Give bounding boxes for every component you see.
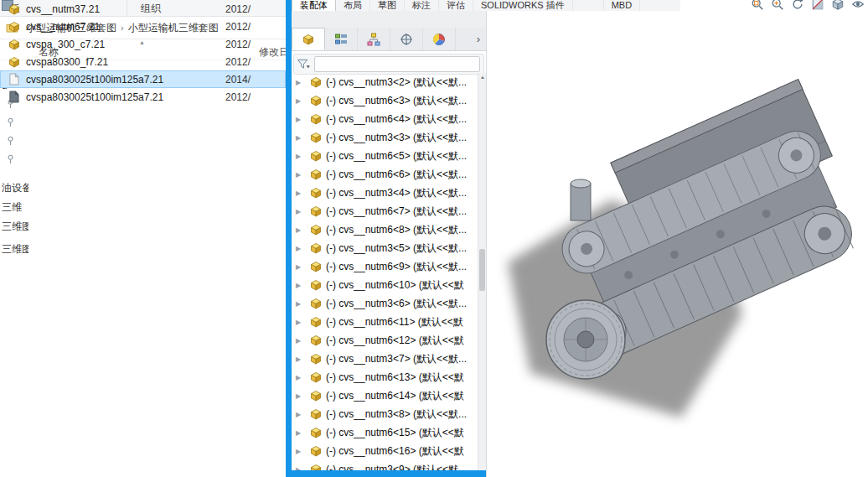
display-style-icon[interactable] <box>831 0 845 11</box>
tree-item[interactable]: ▶(-) cvs__nutm3<5> (默认<<默... <box>292 239 478 257</box>
file-name: cvspa80300_f7.21 <box>26 56 108 68</box>
zoom-area-icon[interactable] <box>771 0 784 11</box>
command-tab[interactable]: 标注 <box>405 0 439 11</box>
nav-item-fragment[interactable]: 油设备 <box>2 181 28 195</box>
sw-part-file-icon <box>8 3 20 15</box>
tree-item[interactable]: ▶(-) cvs__nutm3<2> (默认<<默... <box>292 73 478 91</box>
tree-item[interactable]: ▶(-) cvs__nutm6<12> (默认<<默 <box>292 331 478 350</box>
expand-arrow-icon[interactable]: ▶ <box>296 171 306 179</box>
tree-item[interactable]: ▶(-) cvs__nutm3<7> (默认<<默... <box>292 350 478 368</box>
filter-icon[interactable] <box>297 59 311 70</box>
tree-item-label: (-) cvs__nutm6<14> (默认<<默 <box>326 389 464 403</box>
expand-arrow-icon[interactable]: ▶ <box>296 300 306 308</box>
command-tab[interactable]: 布局 <box>336 0 370 11</box>
file-name: cvspa8030025t100im125a7.21 <box>26 91 163 103</box>
file-row[interactable]: cvspa8030025t100im125a7.212012/ <box>0 88 286 106</box>
command-tab[interactable]: 装配体 <box>292 0 336 11</box>
expand-arrow-icon[interactable]: ▶ <box>296 263 306 271</box>
tree-item[interactable]: ▶(-) cvs__nutm6<9> (默认<<默... <box>292 257 478 276</box>
tree-item[interactable]: ▶(-) cvs__nutm6<5> (默认<<默... <box>292 147 478 165</box>
tree-item[interactable]: ▶(-) cvs__nutm3<8> (默认<<默... <box>292 405 478 423</box>
part-icon <box>310 132 323 143</box>
tree-item[interactable]: ▶(-) cvs__nutm3<9> (默认<<默... <box>292 460 478 470</box>
file-row[interactable]: cvs__nutm67.212012/ <box>0 18 286 35</box>
file-row[interactable]: cvspa80300_f7.212012/ <box>0 53 286 70</box>
expand-arrow-icon[interactable]: ▶ <box>296 153 306 160</box>
expand-arrow-icon[interactable]: ▶ <box>296 355 306 363</box>
tree-item-label: (-) cvs__nutm3<4> (默认<<默... <box>326 186 467 200</box>
panel-expand-icon[interactable]: › <box>471 28 486 50</box>
propertymanager-tab[interactable] <box>325 28 358 50</box>
tree-item[interactable]: ▶(-) cvs__nutm3<6> (默认<<默... <box>292 294 478 313</box>
dimxpertmanager-tab[interactable] <box>390 28 423 50</box>
command-tab[interactable]: 草图 <box>370 0 405 11</box>
tree-item[interactable]: ▶(-) cvs__nutm6<14> (默认<<默 <box>292 386 478 405</box>
expand-arrow-icon[interactable]: ▶ <box>296 337 306 345</box>
part-icon <box>310 298 323 309</box>
tree-item-label: (-) cvs__nutm6<10> (默认<<默 <box>326 278 464 293</box>
pin-icon[interactable] <box>7 136 14 146</box>
part-icon <box>310 205 323 217</box>
tree-item[interactable]: ▶(-) cvs__nutm6<8> (默认<<默... <box>292 220 478 239</box>
configurationmanager-tab[interactable] <box>358 28 390 50</box>
doc-dark-file-icon <box>8 91 20 103</box>
displaymanager-tab[interactable] <box>423 28 456 50</box>
expand-arrow-icon[interactable]: ▶ <box>296 226 306 234</box>
commandmanager-bar: 装配体布局草图标注评估SOLIDWORKS 插件MBD <box>292 0 868 12</box>
command-tab[interactable]: SOLIDWORKS 插件 <box>473 0 573 11</box>
command-tab[interactable]: MBD <box>603 0 640 11</box>
tree-item[interactable]: ▶(-) cvs__nutm6<11> (默认<<默 <box>292 313 478 331</box>
expand-arrow-icon[interactable]: ▶ <box>296 79 306 86</box>
tree-item[interactable]: ▶(-) cvs__nutm6<7> (默认<<默... <box>292 202 478 220</box>
expand-arrow-icon[interactable]: ▶ <box>296 374 306 381</box>
tree-item[interactable]: ▶(-) cvs__nutm6<3> (默认<<默... <box>292 91 478 110</box>
filter-bar <box>293 54 484 75</box>
nav-item-fragment[interactable]: 三维 <box>2 200 22 215</box>
tree-item[interactable]: ▶(-) cvs__nutm6<4> (默认<<默... <box>292 110 478 128</box>
doc-light-file-icon <box>8 73 20 86</box>
tree-item[interactable]: ▶(-) cvs__nutm6<10> (默认<<默 <box>292 276 478 294</box>
tree-item[interactable]: ▶(-) cvs__nutm6<13> (默认<<默 <box>292 368 478 386</box>
tree-item[interactable]: ▶(-) cvs__nutm6<6> (默认<<默... <box>292 165 478 184</box>
file-row[interactable]: cvspa_300_c7.212012/ <box>0 35 286 53</box>
section-view-icon[interactable] <box>811 0 824 11</box>
expand-arrow-icon[interactable]: ▶ <box>296 116 306 123</box>
expand-arrow-icon[interactable]: ▶ <box>296 282 306 289</box>
tree-item[interactable]: ▶(-) cvs__nutm6<16> (默认<<默 <box>292 442 478 460</box>
part-icon <box>310 95 323 106</box>
expand-arrow-icon[interactable]: ▶ <box>296 97 306 105</box>
command-tab[interactable]: 评估 <box>439 0 473 11</box>
file-row[interactable]: cvspa8030025t100im125a7.212014/ <box>0 70 286 88</box>
expand-arrow-icon[interactable]: ▶ <box>296 448 306 455</box>
expand-arrow-icon[interactable]: ▶ <box>296 466 306 471</box>
nav-item-fragment[interactable]: 三维图 <box>2 242 28 257</box>
expand-arrow-icon[interactable]: ▶ <box>296 429 306 437</box>
tree-item-label: (-) cvs__nutm6<6> (默认<<默... <box>326 168 467 182</box>
expand-arrow-icon[interactable]: ▶ <box>296 208 306 215</box>
expand-arrow-icon[interactable]: ▶ <box>296 245 306 252</box>
pin-icon[interactable] <box>7 154 14 164</box>
zoom-fit-icon[interactable] <box>751 0 764 11</box>
expand-arrow-icon[interactable]: ▶ <box>296 411 306 418</box>
expand-arrow-icon[interactable]: ▶ <box>296 319 306 326</box>
expand-arrow-icon[interactable]: ▶ <box>296 189 306 197</box>
tree-item[interactable]: ▶(-) cvs__nutm3<4> (默认<<默... <box>292 184 478 202</box>
graphics-viewport[interactable] <box>486 11 868 477</box>
sw-part-file-icon <box>8 39 20 50</box>
pin-icon[interactable] <box>7 117 14 127</box>
tree-item[interactable]: ▶(-) cvs__nutm6<15> (默认<<默 <box>292 423 478 442</box>
part-icon <box>310 445 323 457</box>
nav-item-fragment[interactable]: 三维图 <box>2 220 28 234</box>
tree-item[interactable]: ▶(-) cvs__nutm3<3> (默认<<默... <box>292 128 478 147</box>
featuremanager-tab[interactable] <box>292 28 325 50</box>
filter-input[interactable] <box>314 56 480 72</box>
tree-scrollbar[interactable]: ▲ <box>478 73 486 470</box>
expand-arrow-icon[interactable]: ▶ <box>296 134 306 142</box>
view-rotate-icon[interactable] <box>791 0 804 11</box>
scrollbar-thumb[interactable] <box>479 249 485 291</box>
expand-arrow-icon[interactable]: ▶ <box>296 392 306 400</box>
file-row[interactable]: cvs__nutm37.212012/ <box>0 0 286 18</box>
cad-cylinder <box>571 179 591 220</box>
hide-show-icon[interactable] <box>851 0 865 11</box>
file-list: cvs__nutm37.212012/cvs__nutm67.212012/cv… <box>0 0 286 106</box>
